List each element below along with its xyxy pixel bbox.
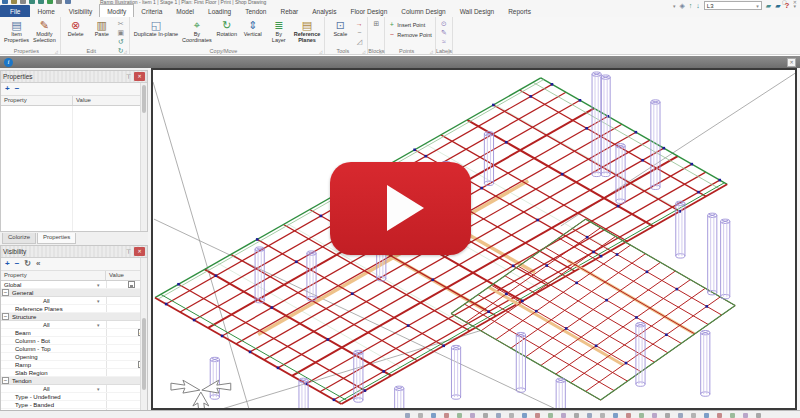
visibility-row-slab-region[interactable]: Slab Region	[1, 369, 140, 377]
status-icon[interactable]	[743, 413, 748, 418]
status-icon[interactable]	[431, 413, 436, 418]
status-icon[interactable]	[652, 413, 657, 418]
visibility-row-beam[interactable]: Beam	[1, 329, 140, 337]
dialog-launcher-icon[interactable]: ◿	[379, 49, 382, 54]
insert-point-button[interactable]: +Insert Point	[388, 20, 432, 29]
measure-icon[interactable]: −	[354, 29, 364, 37]
pin-icon[interactable]: ⊤	[126, 73, 131, 80]
label-edit-icon[interactable]: ✎	[439, 29, 449, 37]
remove-icon[interactable]: −	[15, 84, 20, 94]
rotation-button[interactable]: ↻Rotation	[215, 19, 239, 47]
dialog-launcher-icon[interactable]: ◿	[447, 49, 450, 54]
collapse-icon[interactable]: «	[36, 259, 40, 269]
visibility-row-opening[interactable]: Opening	[1, 353, 140, 361]
arrow-icon[interactable]: →	[354, 20, 364, 28]
status-icon[interactable]	[574, 413, 579, 418]
collapse-icon[interactable]: −	[2, 289, 9, 296]
modify-selection-button[interactable]: ✎Modify Selection	[32, 19, 57, 47]
pin-icon[interactable]: ⊤	[126, 248, 131, 255]
status-icon[interactable]	[535, 413, 540, 418]
status-icon[interactable]	[405, 413, 410, 418]
status-icon[interactable]	[418, 413, 423, 418]
visibility-row-all[interactable]: All▾	[1, 321, 140, 329]
blocks-icon[interactable]: ⊞	[371, 20, 381, 28]
collapse-icon[interactable]: −	[2, 377, 9, 384]
close-icon[interactable]: ✕	[787, 58, 796, 67]
by-layer-button[interactable]: ≣By Layer	[267, 19, 291, 47]
remove-point-button[interactable]: −Remove Point	[388, 30, 432, 39]
visibility-toolbar[interactable]: +−↻«	[1, 258, 147, 271]
arrow-down-icon[interactable]: ↓	[696, 2, 700, 9]
visibility-row-column-top[interactable]: Column - Top	[1, 345, 140, 353]
visibility-row-type-banded[interactable]: Type - Banded	[1, 401, 140, 409]
plane-front-icon[interactable]: ▰	[766, 2, 771, 10]
label-tag-icon[interactable]: ⊙	[439, 20, 449, 28]
model-viewport[interactable]	[151, 68, 797, 410]
properties-panel-header[interactable]: Properties ⊤ ✕	[1, 71, 147, 83]
status-icon[interactable]	[665, 413, 670, 418]
paste-button[interactable]: ▥Paste	[90, 19, 114, 47]
tab-analysis[interactable]: Analysis	[305, 5, 343, 17]
tab-floor-design[interactable]: Floor Design	[343, 5, 394, 17]
copy-icon[interactable]: ▣	[116, 29, 126, 37]
scale-button[interactable]: ⊡Scale	[328, 19, 352, 47]
visibility-row-reference-planes[interactable]: Reference Planes	[1, 305, 140, 313]
scrollbar[interactable]	[140, 258, 147, 417]
chevron-down-icon[interactable]: ▾	[97, 322, 100, 328]
tab-wall-design[interactable]: Wall Design	[453, 5, 501, 17]
visibility-group-general[interactable]: −General	[1, 289, 140, 297]
visibility-row-all[interactable]: All▾	[1, 297, 140, 305]
by-coordinates-button[interactable]: ⌖By Coordinates	[181, 19, 213, 47]
chevron-down-icon[interactable]: ▾	[97, 386, 100, 392]
status-icon[interactable]	[470, 413, 475, 418]
info-icon[interactable]: i	[4, 58, 13, 67]
dialog-launcher-icon[interactable]: ◿	[362, 49, 365, 54]
visibility-row-type-undefined[interactable]: Type - Undefined	[1, 393, 140, 401]
status-icon[interactable]	[457, 413, 462, 418]
label-list-icon[interactable]: ≈	[439, 38, 449, 46]
tab-home[interactable]: Home	[30, 5, 61, 17]
chevron-down-icon[interactable]: ▾	[97, 298, 100, 304]
status-bar[interactable]	[0, 410, 800, 418]
visibility-group-structure[interactable]: −Structure	[1, 313, 140, 321]
tab-loading[interactable]: Loading	[201, 5, 238, 17]
status-icon[interactable]	[600, 413, 605, 418]
youtube-play-button[interactable]	[330, 162, 471, 255]
panel-tab-properties[interactable]: Properties	[37, 233, 76, 244]
status-icon[interactable]	[496, 413, 501, 418]
visibility-row-ramp[interactable]: Ramp	[1, 361, 140, 369]
status-icon[interactable]	[691, 413, 696, 418]
tab-tendon[interactable]: Tendon	[238, 5, 273, 17]
add-icon[interactable]: +	[5, 259, 10, 269]
status-icon[interactable]	[522, 413, 527, 418]
tab-model[interactable]: Model	[169, 5, 201, 17]
collapse-icon[interactable]: −	[2, 313, 9, 320]
status-icon[interactable]	[704, 413, 709, 418]
checkbox-global[interactable]	[128, 281, 135, 288]
close-icon[interactable]: ✕	[134, 72, 145, 81]
close-icon[interactable]: ✕	[134, 247, 145, 256]
status-icon[interactable]	[548, 413, 553, 418]
item-properties-button[interactable]: ▤Item Properties	[3, 19, 30, 47]
panel-tab-colorize[interactable]: Colorize	[2, 233, 36, 244]
status-icon[interactable]	[444, 413, 449, 418]
cube-icon[interactable]: ◈	[679, 2, 684, 10]
visibility-row-all[interactable]: All▾	[1, 385, 140, 393]
status-icon[interactable]	[613, 413, 618, 418]
tab-file[interactable]: File	[0, 5, 30, 17]
tab-criteria[interactable]: Criteria	[134, 5, 169, 17]
status-icon[interactable]	[756, 413, 761, 418]
status-icon[interactable]	[561, 413, 566, 418]
reference-planes-button[interactable]: ▤Reference Planes	[293, 19, 322, 47]
chevron-down-icon[interactable]: ▾	[793, 3, 796, 9]
duplicate-in-plane-button[interactable]: ◱Duplicate In-plane	[133, 19, 179, 47]
status-icon[interactable]	[717, 413, 722, 418]
delete-button[interactable]: ⊗Delete	[64, 19, 88, 47]
dialog-launcher-icon[interactable]: ◿	[55, 49, 58, 54]
tab-rebar[interactable]: Rebar	[273, 5, 305, 17]
status-icon[interactable]	[587, 413, 592, 418]
angle-icon[interactable]: ◿	[354, 38, 364, 46]
plane-back-icon[interactable]: ▰	[775, 2, 780, 10]
arrow-up-icon[interactable]: ↑	[689, 2, 693, 9]
status-icon[interactable]	[639, 413, 644, 418]
